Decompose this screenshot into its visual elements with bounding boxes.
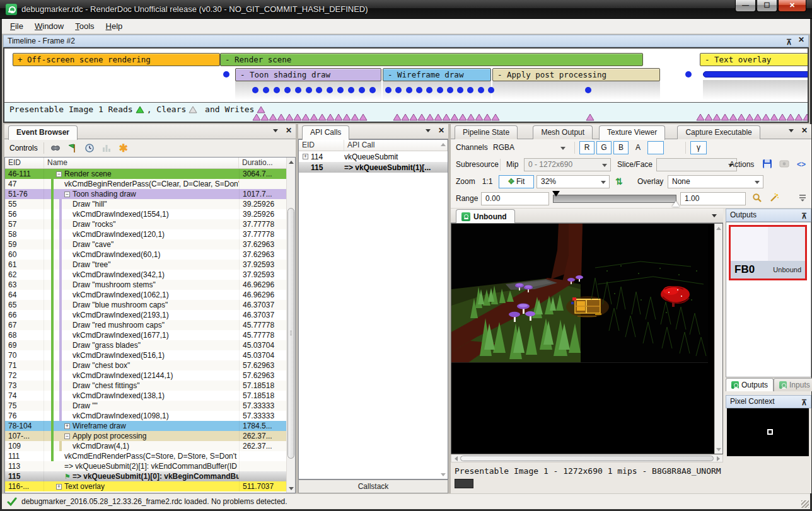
- toolbar-overflow-button[interactable]: [796, 192, 809, 205]
- close-button[interactable]: ✕: [778, 0, 806, 12]
- api-calls-columns[interactable]: EID API Call: [299, 140, 448, 151]
- expand-toggle[interactable]: −: [64, 192, 70, 197]
- texture-image[interactable]: [451, 224, 708, 363]
- timeline-usage-triangles[interactable]: [586, 113, 594, 121]
- zoom-fit-button[interactable]: ✥ Fit: [499, 175, 534, 188]
- expand-toggle[interactable]: −: [64, 433, 70, 439]
- range-slider[interactable]: [553, 195, 676, 203]
- timeline-header[interactable]: Timeline - Frame #2 ⊼ ✕: [3, 35, 809, 47]
- expand-toggle[interactable]: +: [64, 423, 70, 429]
- timeline-marker-block[interactable]: - Toon shading draw: [235, 68, 381, 81]
- event-row[interactable]: 65Draw "blue mushroom caps"46.37037: [5, 300, 286, 310]
- timeline-drawcall-dot[interactable]: [369, 87, 376, 93]
- tab-api-calls[interactable]: API Calls: [302, 125, 349, 140]
- tab-inputs[interactable]: Inputs: [774, 378, 812, 391]
- channel-a-button[interactable]: A: [630, 141, 646, 154]
- pin-icon[interactable]: ⊼: [801, 210, 807, 222]
- timeline-marker-block[interactable]: + Off-screen scene rendering: [13, 53, 220, 66]
- event-row[interactable]: 115⚑=> vkQueueSubmit(1)[0]: vkBeginComma…: [5, 471, 286, 481]
- chevron-down-icon[interactable]: [789, 129, 794, 132]
- zoom-combo[interactable]: 32%: [536, 175, 610, 188]
- event-row[interactable]: 63Draw "mushroom stems"46.96296: [5, 280, 286, 290]
- channel-g-button[interactable]: G: [596, 141, 612, 154]
- minimize-button[interactable]: —: [735, 0, 756, 12]
- timeline-marker-block[interactable]: - Apply post processing: [492, 68, 660, 81]
- channel-b-button[interactable]: B: [613, 141, 629, 154]
- timeline-usage-triangles[interactable]: [252, 113, 367, 121]
- timeline-drawcall-dot[interactable]: [478, 87, 484, 93]
- timeline-marker-block[interactable]: - Wireframe draw: [383, 68, 491, 81]
- event-row[interactable]: 47vkCmdBeginRenderPass(C=Clear, D=Clear,…: [5, 179, 286, 189]
- event-row[interactable]: 74vkCmdDrawIndexed(138,1)57.18518: [5, 391, 286, 401]
- timeline-drawcall-dot[interactable]: [488, 87, 494, 93]
- overlay-combo[interactable]: None: [668, 175, 763, 188]
- timeline-usage-triangles[interactable]: [393, 113, 499, 121]
- event-row[interactable]: 62vkCmdDrawIndexed(342,1)37.92593: [5, 270, 286, 280]
- expand-toggle[interactable]: +: [303, 154, 308, 159]
- menu-file[interactable]: File: [4, 20, 29, 33]
- event-row[interactable]: 57Draw "rocks"37.77778: [5, 219, 286, 229]
- checkerboard-button[interactable]: [666, 141, 681, 154]
- close-icon[interactable]: ✕: [438, 127, 444, 134]
- chevron-down-icon[interactable]: [426, 129, 431, 132]
- maximize-button[interactable]: ☐: [757, 0, 777, 12]
- tab-event-browser[interactable]: Event Browser: [8, 125, 78, 140]
- event-row[interactable]: 109vkCmdDraw(4,1)262.37...: [5, 441, 286, 451]
- slice-face-combo[interactable]: [656, 158, 737, 171]
- timeline-drawcall-dot[interactable]: [585, 87, 591, 93]
- histogram-wand-button[interactable]: [767, 192, 782, 205]
- tab-capture-executable[interactable]: Capture Executable: [677, 125, 760, 139]
- timeline-drawcall-dot[interactable]: [223, 71, 229, 78]
- timer-clock-icon[interactable]: [84, 142, 95, 154]
- gamma-button[interactable]: γ: [690, 141, 707, 154]
- link-button[interactable]: [777, 158, 792, 171]
- callstack-bar[interactable]: Callstack: [298, 479, 448, 493]
- display-hscrollbar[interactable]: [451, 454, 723, 462]
- channels-combo[interactable]: RGBA: [489, 141, 569, 154]
- tab-outputs[interactable]: Outputs: [726, 378, 774, 391]
- event-row[interactable]: 68vkCmdDrawIndexed(1677,1)45.77778: [5, 330, 286, 340]
- color-wheel-button[interactable]: [647, 141, 664, 154]
- timeline-drawcall-dot[interactable]: [295, 87, 301, 93]
- range-white-point[interactable]: [672, 201, 680, 207]
- api-calls-vscrollbar[interactable]: [439, 140, 448, 479]
- event-browser-columns[interactable]: EID Name Duratio...: [5, 158, 295, 169]
- range-max-input[interactable]: 1.00: [680, 192, 746, 205]
- timeline-usage-triangles[interactable]: [696, 113, 809, 121]
- event-row[interactable]: 51-76−Toon shading draw1017.7...: [5, 189, 286, 199]
- timeline-drawcall-dot[interactable]: [447, 87, 453, 93]
- flip-y-button[interactable]: ⇅: [612, 175, 626, 188]
- timeline-drawcall-dot[interactable]: [284, 87, 291, 93]
- event-row[interactable]: 69Draw "grass blades"45.03704: [5, 340, 286, 350]
- timeline-drawcall-bar[interactable]: [703, 71, 809, 78]
- event-row[interactable]: 113=> vkQueueSubmit(2)[1]: vkEndCommandB…: [5, 461, 286, 471]
- expand-toggle[interactable]: +: [56, 484, 62, 490]
- event-row[interactable]: 55Draw "hill"39.25926: [5, 199, 286, 209]
- event-browser-vscrollbar[interactable]: [286, 158, 295, 493]
- zoom-1to1-button[interactable]: 1:1: [478, 175, 496, 188]
- close-icon[interactable]: ✕: [801, 127, 808, 134]
- bookmark-flag-icon[interactable]: [67, 142, 78, 154]
- event-row[interactable]: 61Draw "tree"37.92593: [5, 260, 286, 270]
- menu-help[interactable]: Help: [100, 20, 129, 33]
- timeline-drawcall-dot[interactable]: [685, 71, 692, 78]
- timeline-drawcall-dot[interactable]: [252, 87, 258, 93]
- options-asterisk-icon[interactable]: ✱: [118, 142, 129, 154]
- event-row[interactable]: 75Draw ""57.33333: [5, 401, 286, 411]
- texture-display[interactable]: [451, 223, 723, 454]
- expand-toggle[interactable]: −: [56, 171, 62, 177]
- timeline-marker-block[interactable]: - Render scene: [220, 53, 643, 66]
- save-button[interactable]: [760, 158, 775, 171]
- range-black-point[interactable]: [552, 191, 560, 197]
- tab-unbound[interactable]: Unbound: [456, 209, 515, 223]
- channel-r-button[interactable]: R: [579, 141, 594, 154]
- timeline-drawcall-dot[interactable]: [306, 87, 312, 93]
- chevron-down-icon[interactable]: [712, 214, 717, 217]
- event-row[interactable]: 58vkCmdDrawIndexed(120,1)37.77778: [5, 229, 286, 239]
- api-call-row[interactable]: +114vkQueueSubmit: [299, 151, 448, 162]
- timeline-drawcall-dot[interactable]: [385, 87, 392, 93]
- timeline-drawcall-dot[interactable]: [437, 87, 443, 93]
- timeline-marker-block[interactable]: - Text overlay: [700, 53, 809, 66]
- event-row[interactable]: 107-...−Apply post processing262.37...: [5, 431, 286, 441]
- close-icon[interactable]: ✕: [286, 127, 292, 134]
